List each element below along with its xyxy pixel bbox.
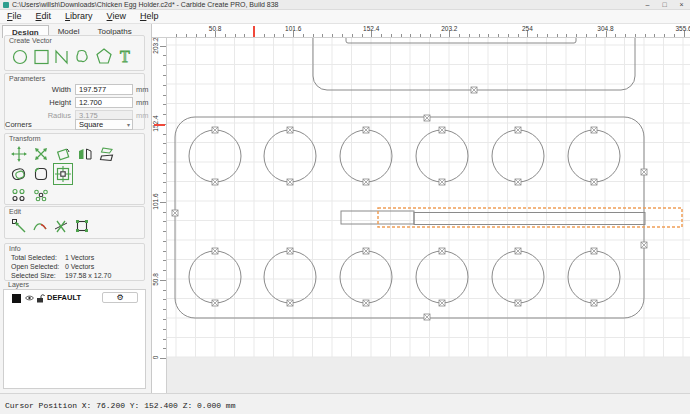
layer-gear-button[interactable]: ⚙ xyxy=(102,292,138,303)
node-marker[interactable] xyxy=(363,179,369,185)
ruler-tick xyxy=(645,34,646,38)
ruler-tick xyxy=(654,34,655,38)
node-marker[interactable] xyxy=(641,242,647,248)
node-marker[interactable] xyxy=(515,179,521,185)
visibility-eye-icon[interactable] xyxy=(25,294,34,302)
circular-array-icon[interactable] xyxy=(31,184,51,206)
height-field[interactable] xyxy=(75,97,133,108)
ruler-tick xyxy=(576,34,577,38)
node-marker[interactable] xyxy=(591,179,597,185)
curve-tool-icon[interactable] xyxy=(73,45,93,67)
ruler-tick xyxy=(313,34,314,38)
egg-hole-circle[interactable] xyxy=(568,130,620,182)
height-unit: mm xyxy=(136,97,149,109)
scale-icon[interactable] xyxy=(31,143,51,165)
partial-vector-shape[interactable] xyxy=(346,38,576,43)
close-button[interactable]: × xyxy=(673,0,690,10)
left-panel: Design Model Toolpaths Create Vector T xyxy=(0,24,152,393)
layer-row-default[interactable]: DEFAULT ⚙ xyxy=(4,291,145,305)
node-marker[interactable] xyxy=(439,248,445,254)
ruler-tick xyxy=(391,34,392,38)
menu-library[interactable]: Library xyxy=(58,10,100,23)
node-marker[interactable] xyxy=(591,248,597,254)
node-marker[interactable] xyxy=(515,127,521,133)
node-marker[interactable] xyxy=(172,210,178,216)
ruler-tick xyxy=(163,260,167,261)
corners-select[interactable]: Square ▾ xyxy=(75,119,133,130)
layer-color-swatch[interactable] xyxy=(12,294,21,303)
ruler-tick xyxy=(674,34,675,38)
node-marker[interactable] xyxy=(641,169,647,175)
width-field[interactable] xyxy=(75,84,133,95)
layers-list: DEFAULT ⚙ xyxy=(3,289,146,389)
ruler-tick xyxy=(163,348,167,349)
node-marker[interactable] xyxy=(363,300,369,306)
egg-hole-circle[interactable] xyxy=(492,251,544,303)
node-marker[interactable] xyxy=(287,248,293,254)
menu-view[interactable]: View xyxy=(100,10,133,23)
node-marker[interactable] xyxy=(471,87,477,93)
egg-hole-circle[interactable] xyxy=(340,251,392,303)
ruler-tick xyxy=(176,34,177,38)
node-marker[interactable] xyxy=(363,127,369,133)
node-marker[interactable] xyxy=(363,248,369,254)
node-marker[interactable] xyxy=(439,127,445,133)
ruler-tick xyxy=(401,34,402,38)
ruler-label: 101.6 xyxy=(152,189,159,213)
node-marker[interactable] xyxy=(212,300,218,306)
ruler-tick xyxy=(664,34,665,38)
join-vectors-icon[interactable] xyxy=(72,215,92,237)
egg-hole-circle[interactable] xyxy=(416,130,468,182)
node-marker[interactable] xyxy=(287,300,293,306)
move-icon[interactable] xyxy=(9,143,29,165)
node-marker[interactable] xyxy=(515,300,521,306)
ruler-tick xyxy=(537,34,538,38)
node-marker[interactable] xyxy=(424,314,430,320)
trim-icon[interactable] xyxy=(51,215,71,237)
linear-array-icon[interactable] xyxy=(9,184,29,206)
lock-icon[interactable] xyxy=(36,294,45,303)
node-marker[interactable] xyxy=(287,127,293,133)
ruler-label: 0 xyxy=(152,346,159,370)
node-marker[interactable] xyxy=(424,115,430,121)
transform-title: Transform xyxy=(9,135,41,142)
minimize-button[interactable]: – xyxy=(639,0,656,10)
node-marker[interactable] xyxy=(287,179,293,185)
polyline-tool-icon[interactable] xyxy=(52,45,72,67)
menu-file[interactable]: File xyxy=(0,10,29,23)
ruler-tick xyxy=(163,85,167,86)
mirror-icon[interactable] xyxy=(75,143,95,165)
polygon-tool-icon[interactable] xyxy=(94,45,114,67)
offset-icon[interactable] xyxy=(9,163,29,185)
circle-tool-icon[interactable] xyxy=(10,45,30,67)
node-marker[interactable] xyxy=(591,127,597,133)
rectangle-tool-icon[interactable] xyxy=(31,45,51,67)
node-marker[interactable] xyxy=(439,179,445,185)
maximize-button[interactable]: □ xyxy=(656,0,673,10)
egg-hole-circle[interactable] xyxy=(416,251,468,303)
node-select-icon[interactable] xyxy=(9,215,29,237)
egg-hole-circle[interactable] xyxy=(340,130,392,182)
egg-hole-circle[interactable] xyxy=(568,251,620,303)
node-marker[interactable] xyxy=(212,179,218,185)
node-marker[interactable] xyxy=(212,248,218,254)
menu-edit[interactable]: Edit xyxy=(29,10,59,23)
egg-hole-circle[interactable] xyxy=(264,251,316,303)
design-canvas[interactable] xyxy=(167,38,690,393)
distort-icon[interactable] xyxy=(97,143,117,165)
egg-hole-circle[interactable] xyxy=(264,130,316,182)
egg-hole-circle[interactable] xyxy=(492,130,544,182)
align-icon[interactable] xyxy=(53,163,73,185)
node-marker[interactable] xyxy=(212,127,218,133)
ruler-tick xyxy=(186,34,187,38)
round-corners-icon[interactable] xyxy=(31,163,51,185)
node-marker[interactable] xyxy=(515,248,521,254)
curve-edit-icon[interactable] xyxy=(30,215,50,237)
node-marker[interactable] xyxy=(591,300,597,306)
rotate-icon[interactable] xyxy=(53,143,73,165)
ruler-label: 254 xyxy=(515,25,539,32)
menu-help[interactable]: Help xyxy=(133,10,166,23)
ruler-tick xyxy=(163,329,167,330)
text-tool-icon[interactable]: T xyxy=(115,45,135,67)
node-marker[interactable] xyxy=(439,300,445,306)
